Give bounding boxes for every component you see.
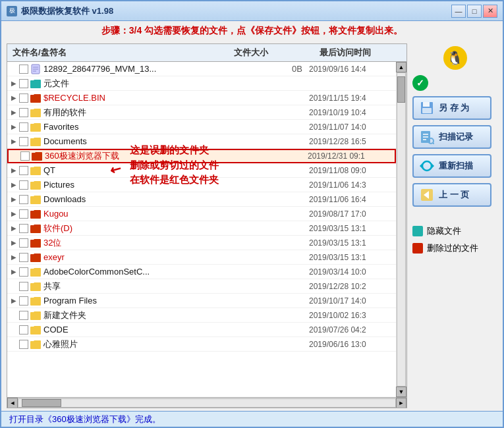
file-checkbox[interactable] [19, 267, 28, 277]
minimize-button[interactable]: — [451, 5, 466, 18]
table-row[interactable]: ▶Documents2019/12/28 16:5 [7, 134, 396, 149]
file-time: 2019/11/06 16:4 [309, 195, 395, 204]
file-name: 软件(D) [43, 223, 256, 234]
expand-button[interactable]: ▶ [9, 93, 19, 103]
vertical-scrollbar[interactable]: ▲ ▼ [396, 62, 406, 397]
expand-button[interactable]: ▶ [9, 136, 19, 147]
status-bar: 打开目录《360极速浏览器下载》完成。 [1, 411, 503, 427]
file-checkbox[interactable] [19, 79, 28, 88]
file-name: 12892_28647796_MVM_13... [43, 64, 256, 74]
table-row[interactable]: ▶32位2019/03/15 13:1 [7, 236, 396, 250]
file-list[interactable]: 12892_28647796_MVM_13...0B2019/09/16 14:… [7, 62, 396, 397]
table-row[interactable]: ▶exeyr2019/03/15 13:1 [7, 250, 396, 265]
scan-log-button[interactable]: 扫描记录 [412, 125, 491, 149]
file-checkbox[interactable] [19, 180, 28, 190]
save-as-button[interactable]: 另 存 为 [412, 96, 491, 120]
file-name: Documents [43, 136, 256, 146]
table-row[interactable]: ▶Favorites2019/11/07 14:0 [7, 120, 396, 134]
table-row[interactable]: ▶Downloads2019/11/06 16:4 [7, 192, 396, 207]
table-row[interactable]: ▶AdobeColorCommonSetC...2019/03/14 10:0 [7, 265, 396, 279]
table-row[interactable]: 12892_28647796_MVM_13...0B2019/09/16 14:… [7, 62, 396, 76]
scroll-thumb[interactable] [397, 76, 405, 103]
table-row[interactable]: ▶Pictures2019/11/06 14:3 [7, 178, 396, 192]
table-row[interactable]: ▶Kugou2019/08/17 17:0 [7, 207, 396, 221]
file-type-icon [30, 78, 42, 89]
scroll-up-button[interactable]: ▲ [396, 62, 406, 72]
close-button[interactable]: ✕ [483, 5, 497, 18]
file-checkbox[interactable] [20, 151, 30, 161]
hscroll-right-button[interactable]: ► [396, 398, 406, 408]
maximize-button[interactable]: □ [467, 5, 482, 18]
file-type-icon [30, 209, 42, 219]
file-name: 元文件 [43, 78, 256, 90]
scroll-down-button[interactable]: ▼ [396, 387, 406, 397]
file-type-icon [30, 194, 42, 205]
deleted-file-label: 删除过的文件 [427, 242, 478, 254]
file-type-icon [30, 122, 42, 132]
rescan-button[interactable]: 重新扫描 [412, 154, 491, 178]
table-row[interactable]: ▶软件(D)2019/03/15 13:1 [7, 221, 396, 236]
table-row[interactable]: 心雅照片2019/06/16 13:0 [7, 337, 396, 352]
file-panel: 文件名/盘符名 文件大小 最后访问时间 12892_28647796_MVM_1… [7, 43, 407, 408]
file-checkbox[interactable] [19, 65, 28, 74]
file-checkbox[interactable] [19, 122, 28, 132]
expand-button [10, 151, 20, 161]
file-checkbox[interactable] [19, 282, 28, 291]
expand-button[interactable]: ▶ [9, 267, 19, 277]
expand-button[interactable]: ▶ [9, 122, 19, 132]
hscroll-left-button[interactable]: ◄ [7, 398, 18, 408]
table-row[interactable]: ▶有用的软件2019/10/19 10:4 [7, 105, 396, 120]
table-row[interactable]: 新建文件夹2019/10/02 16:3 [7, 308, 396, 323]
main-window: 极 极限数据恢复软件 v1.98 — □ ✕ 步骤：3/4 勾选需要恢复的文件，… [0, 0, 504, 428]
file-checkbox[interactable] [19, 195, 28, 204]
table-row[interactable]: 360极速浏览器下载2019/12/31 09:1 [7, 149, 396, 163]
table-row[interactable]: ▶Program Files2019/10/17 14:0 [7, 294, 396, 308]
expand-button [9, 64, 19, 74]
qq-icon: 🐧 [443, 46, 467, 70]
expand-button[interactable]: ▶ [9, 223, 19, 234]
file-checkbox[interactable] [19, 238, 28, 248]
table-row[interactable]: ▶$RECYCLE.BIN2019/11/15 19:4 [7, 91, 396, 105]
file-type-icon [30, 93, 42, 103]
expand-button[interactable]: ▶ [9, 180, 19, 190]
file-checkbox[interactable] [19, 224, 28, 233]
table-row[interactable]: 共享2019/12/28 10:2 [7, 279, 396, 294]
file-type-icon [30, 296, 42, 306]
horizontal-scrollbar[interactable]: ◄ ► [7, 397, 406, 408]
expand-button[interactable]: ▶ [9, 78, 19, 89]
file-checkbox[interactable] [19, 311, 28, 320]
hscroll-thumb[interactable] [22, 399, 61, 407]
expand-button [9, 339, 19, 350]
file-checkbox[interactable] [19, 340, 28, 349]
expand-button[interactable]: ▶ [9, 165, 19, 176]
file-checkbox[interactable] [19, 296, 28, 306]
file-checkbox[interactable] [19, 137, 28, 146]
file-type-icon [31, 151, 43, 161]
file-time: 2019/12/31 09:1 [308, 151, 393, 161]
expand-button[interactable]: ▶ [9, 194, 19, 205]
file-type-icon [30, 281, 42, 292]
file-checkbox[interactable] [19, 325, 28, 334]
expand-button [9, 310, 19, 321]
svg-marker-14 [420, 163, 422, 169]
app-icon: 极 [7, 6, 17, 16]
table-row[interactable]: ▶元文件 [7, 76, 396, 91]
file-name: Kugou [43, 209, 256, 219]
file-checkbox[interactable] [19, 253, 28, 262]
file-checkbox[interactable] [19, 209, 28, 219]
window-controls: — □ ✕ [451, 5, 497, 18]
file-time: 2019/09/16 14:4 [309, 65, 395, 74]
expand-button[interactable]: ▶ [9, 252, 19, 263]
table-row[interactable]: CODE2019/07/26 04:2 [7, 323, 396, 337]
expand-button[interactable]: ▶ [9, 209, 19, 219]
svg-rect-6 [422, 108, 432, 113]
rescan-label: 重新扫描 [439, 160, 473, 172]
file-checkbox[interactable] [19, 108, 28, 117]
file-checkbox[interactable] [19, 166, 28, 175]
prev-page-button[interactable]: 上 一 页 [412, 183, 491, 207]
expand-button[interactable]: ▶ [9, 296, 19, 306]
table-row[interactable]: ▶QT2019/11/08 09:0 [7, 163, 396, 178]
expand-button[interactable]: ▶ [9, 107, 19, 118]
expand-button[interactable]: ▶ [9, 238, 19, 248]
file-checkbox[interactable] [19, 94, 28, 103]
